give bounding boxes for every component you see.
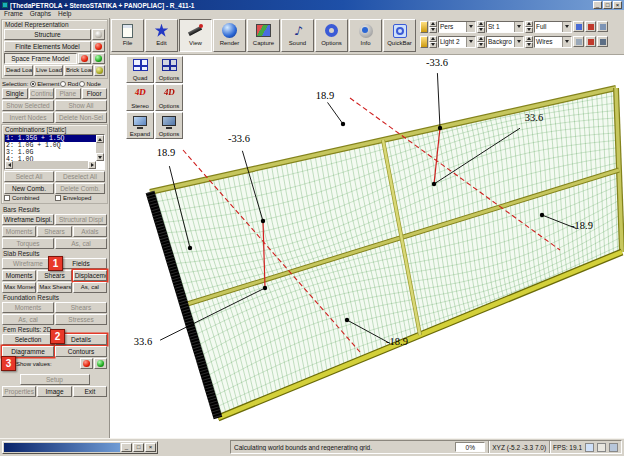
space-frame-model-button[interactable]: Space Frame Model	[4, 53, 77, 64]
dropdown-arrow-icon[interactable]	[514, 22, 523, 32]
enveloped-checkbox[interactable]: Enveloped	[55, 195, 105, 201]
menu-graphs[interactable]: Graphs	[30, 10, 51, 18]
loads-led-button[interactable]	[94, 65, 105, 76]
plane-button[interactable]: Plane	[55, 88, 81, 99]
toolbar-mini-button[interactable]	[597, 21, 608, 32]
palette-button-stereo-2[interactable]: Stereo	[126, 84, 154, 111]
combined-checkbox[interactable]: Combined	[4, 195, 54, 201]
spin-down-icon[interactable]	[477, 42, 485, 48]
dropdown-arrow-icon[interactable]	[562, 22, 571, 32]
combo-st-1[interactable]: St 1	[486, 21, 524, 33]
toolbar-mini-button[interactable]	[585, 36, 596, 47]
close-button[interactable]: ×	[613, 1, 622, 9]
continuous-button[interactable]: Continuous	[29, 88, 55, 99]
fem-led-button[interactable]	[92, 41, 105, 52]
dropdown-arrow-icon[interactable]	[466, 22, 475, 32]
scroll-down-icon[interactable]	[96, 153, 104, 161]
radio-rod[interactable]: Rod	[60, 81, 78, 87]
single-button[interactable]: Single	[2, 88, 28, 99]
toolbar-button-capture[interactable]: Capture	[247, 19, 280, 52]
new-comb-button[interactable]: New Comb.	[4, 183, 54, 194]
lamp-button[interactable]	[420, 21, 428, 33]
slab-displacements-button[interactable]: Displacements	[73, 270, 107, 281]
status-icon-page[interactable]	[597, 443, 606, 452]
toolbar-button-file[interactable]: File	[111, 19, 144, 52]
bars-axials-button[interactable]: Axials	[73, 226, 107, 237]
foundation-as-cal-button[interactable]: As, cal	[2, 314, 54, 325]
brick-loads-button[interactable]: Brick Loads	[64, 65, 93, 76]
spinner-control[interactable]	[429, 36, 437, 48]
floor-button[interactable]: Floor	[82, 88, 108, 99]
minwin-close-button[interactable]: ×	[145, 443, 156, 452]
spin-down-icon[interactable]	[429, 42, 437, 48]
invert-nodes-button[interactable]: Invert Nodes	[2, 112, 54, 123]
max-shears-button[interactable]: Max Shears	[37, 282, 71, 293]
toolbar-button-edit[interactable]: Edit	[145, 19, 178, 52]
structure-button[interactable]: Structure	[4, 29, 91, 40]
minimized-window[interactable]: _□×	[2, 441, 158, 454]
listbox-vscrollbar[interactable]	[96, 135, 104, 161]
stresses-button[interactable]: Stresses	[55, 314, 107, 325]
toolbar-mini-button[interactable]	[573, 21, 584, 32]
structure-led-button[interactable]	[92, 29, 105, 40]
minwin-restore-button[interactable]: _	[121, 443, 132, 452]
combinations-listbox[interactable]: 1: 1.35G + 1.5Q2: 1.0G + 1.0Q3: 1.0G4: 1…	[4, 134, 105, 170]
toolbar-button-render[interactable]: Render	[213, 19, 246, 52]
exit-button[interactable]: Exit	[73, 386, 107, 397]
spinner-control[interactable]	[429, 21, 437, 33]
slab-as-cal-button[interactable]: As, cal	[73, 282, 107, 293]
combination-item[interactable]: 2: 1.0G + 1.0Q	[5, 142, 96, 149]
toolbar-mini-button[interactable]	[597, 36, 608, 47]
show-selected-button[interactable]: Show Selected	[2, 100, 54, 111]
lamp-button[interactable]	[420, 36, 428, 48]
minwin-maximize-button[interactable]: □	[133, 443, 144, 452]
delete-nonsel-button[interactable]: Delete Non-Sel	[55, 112, 107, 123]
palette-button-options-3[interactable]: Options	[155, 84, 183, 111]
scroll-right-icon[interactable]	[88, 161, 96, 169]
palette-button-options-1[interactable]: Options	[155, 56, 183, 83]
dropdown-arrow-icon[interactable]	[466, 37, 475, 47]
minimize-button[interactable]: _	[593, 1, 602, 9]
combo-wires[interactable]: Wires	[534, 36, 572, 48]
deselect-all-button[interactable]: Deselect All	[55, 171, 105, 182]
space-frame-green-led-button[interactable]	[92, 53, 105, 64]
menu-help[interactable]: Help	[58, 10, 71, 18]
palette-button-options-5[interactable]: Options	[155, 112, 183, 139]
combination-item[interactable]: 1: 1.35G + 1.5Q	[5, 135, 96, 142]
setup-button[interactable]: Setup	[20, 374, 90, 385]
maximize-button[interactable]: □	[603, 1, 612, 9]
select-all-button[interactable]: Select All	[4, 171, 54, 182]
dropdown-arrow-icon[interactable]	[562, 37, 571, 47]
spin-down-icon[interactable]	[525, 42, 533, 48]
listbox-hscrollbar[interactable]	[5, 161, 96, 169]
delete-comb-button[interactable]: Delete Comb.	[55, 183, 105, 194]
space-frame-red-led-button[interactable]	[78, 53, 91, 64]
spin-down-icon[interactable]	[525, 27, 533, 33]
scroll-left-icon[interactable]	[5, 161, 13, 169]
show-values-red-led-button[interactable]	[80, 358, 93, 369]
radio-element[interactable]: Element	[30, 81, 59, 87]
3d-model-canvas[interactable]: -33.618.933.6-33.618.9-18.933.6-18.9	[110, 55, 624, 438]
toolbar-button-quickbar[interactable]: QuickBar	[383, 19, 416, 52]
status-icon-blue[interactable]	[585, 443, 594, 452]
spinner-control[interactable]	[477, 21, 485, 33]
combo-light-2[interactable]: Light 2	[438, 36, 476, 48]
palette-button-quad-0[interactable]: Quad	[126, 56, 154, 83]
torques-button[interactable]: Torques	[2, 238, 54, 249]
bars-shears-button[interactable]: Shears	[37, 226, 71, 237]
toolbar-mini-button[interactable]	[573, 36, 584, 47]
spin-down-icon[interactable]	[477, 27, 485, 33]
wireframe-displ-button[interactable]: Wireframe Displ.	[2, 214, 54, 225]
toolbar-button-sound[interactable]: ♪Sound	[281, 19, 314, 52]
bars-moments-button[interactable]: Moments	[2, 226, 36, 237]
spinner-control[interactable]	[525, 36, 533, 48]
combo-backgro[interactable]: Backgro	[486, 36, 524, 48]
slab-shears-button[interactable]: Shears	[37, 270, 71, 281]
properties-button[interactable]: Properties	[2, 386, 36, 397]
image-button[interactable]: Image	[37, 386, 71, 397]
slab-wireframe-button[interactable]: Wireframe	[2, 258, 54, 269]
status-icon-pen[interactable]	[609, 443, 618, 452]
show-values-green-led-button[interactable]	[94, 358, 107, 369]
contours-button[interactable]: Contours	[55, 346, 107, 357]
spin-down-icon[interactable]	[429, 27, 437, 33]
